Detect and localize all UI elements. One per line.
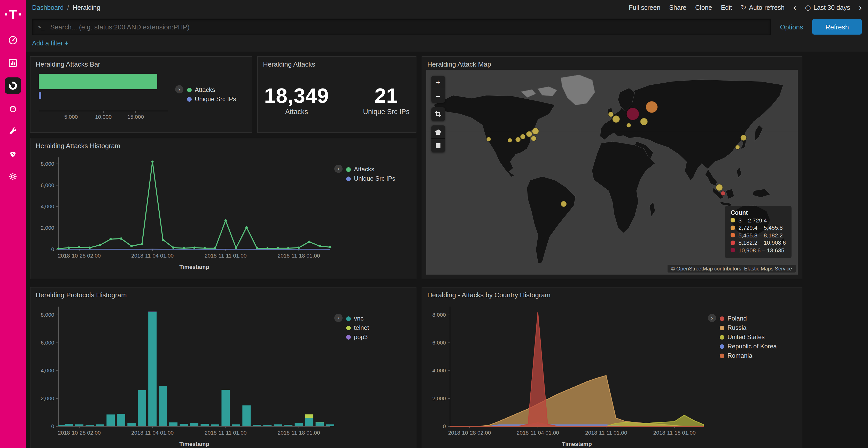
clone-button[interactable]: Clone [695, 4, 712, 11]
options-link[interactable]: Options [780, 23, 803, 31]
legend-item[interactable]: 10,908.6 – 13,635 [731, 247, 786, 253]
legend-item[interactable]: 5,455.8 – 8,182.2 [731, 232, 786, 238]
zoom-in-button[interactable]: + [431, 76, 445, 89]
panel-protocols-histogram: Heralding Protocols Histogram 02,0004,00… [30, 287, 416, 448]
legend-item[interactable]: Romania [720, 352, 777, 359]
panel-country-histogram: Heralding - Attacks by Country Histogram… [422, 287, 802, 448]
panel-title: Heralding Attacks Histogram [30, 138, 416, 151]
sidebar-item-charts[interactable] [0, 51, 26, 74]
legend-collapse-icon[interactable]: › [708, 314, 716, 322]
time-range-button[interactable]: ◷ Last 30 days [805, 4, 850, 11]
refresh-icon: ↻ [741, 4, 746, 11]
svg-text:4,000: 4,000 [432, 368, 446, 373]
svg-text:6,000: 6,000 [40, 182, 54, 188]
breadcrumb-bar: Dashboard / Heralding Full screen Share … [26, 0, 868, 15]
svg-text:2018-10-28 02:00: 2018-10-28 02:00 [58, 253, 101, 259]
legend-item[interactable]: Russia [720, 324, 777, 331]
legend-label: United States [727, 334, 765, 341]
legend-item[interactable]: Unique Src IPs [346, 175, 395, 182]
svg-text:2018-10-28 02:00: 2018-10-28 02:00 [58, 430, 101, 436]
legend-dot [720, 335, 724, 339]
search-input[interactable] [49, 23, 765, 31]
legend-item[interactable]: vnc [346, 315, 369, 322]
legend-item[interactable]: telnet [346, 324, 369, 331]
auto-refresh-button[interactable]: ↻ Auto-refresh [741, 4, 784, 11]
sidebar-item-dashboard[interactable] [0, 29, 26, 51]
sidebar-item-health[interactable] [0, 142, 26, 165]
protocols-histogram-chart: 02,0004,0006,0008,0002018-10-28 02:00201… [35, 300, 334, 448]
attacks-bar-chart: 5,00010,00015,000 [35, 70, 175, 123]
legend-label: pop3 [354, 334, 368, 341]
svg-text:2018-11-04 01:00: 2018-11-04 01:00 [131, 430, 174, 436]
svg-text:2018-11-04 01:00: 2018-11-04 01:00 [517, 430, 559, 436]
polygon-icon [435, 129, 441, 135]
zoom-out-button[interactable]: − [431, 89, 445, 103]
edit-button[interactable]: Edit [721, 4, 732, 11]
legend-label: Republic of Korea [727, 343, 777, 350]
metric-label: Attacks [264, 108, 329, 115]
square-icon [435, 142, 441, 149]
attacks-histogram-chart: 02,0004,0006,0008,0002018-10-28 02:00201… [35, 151, 334, 273]
telekom-logo[interactable]: T [5, 0, 21, 29]
main-area: Dashboard / Heralding Full screen Share … [26, 0, 868, 448]
legend-item[interactable]: 3 – 2,729.4 [731, 217, 786, 223]
svg-text:8,000: 8,000 [40, 312, 54, 318]
country-histogram-chart: 02,0004,0006,0008,0002018-10-28 02:00201… [426, 300, 708, 448]
add-filter-button[interactable]: Add a filter+ [32, 40, 68, 47]
legend-label: 10,908.6 – 13,635 [739, 247, 784, 253]
svg-text:2018-10-28 02:00: 2018-10-28 02:00 [448, 430, 491, 436]
polygon-tool-button[interactable] [431, 126, 445, 139]
bar-chart-icon [5, 55, 21, 71]
legend-item[interactable]: Poland [720, 315, 777, 322]
legend-item[interactable]: 8,182.2 – 10,908.6 [731, 240, 786, 246]
refresh-button[interactable]: Refresh [812, 19, 862, 35]
rect-tool-button[interactable] [431, 139, 445, 152]
kibana-dashboard-app: T [0, 0, 868, 448]
metric-group: 18,349 Attacks 21 Unique Src IPs [262, 70, 412, 130]
wrench-icon [5, 123, 21, 139]
legend-dot [346, 316, 351, 321]
sidebar: T [0, 0, 26, 448]
legend-dot [720, 325, 724, 330]
panel-title: Heralding Attack Map [422, 57, 802, 70]
legend-collapse-icon[interactable]: › [334, 314, 343, 322]
legend-label: vnc [354, 315, 364, 322]
legend-item[interactable]: Attacks [187, 86, 236, 94]
sidebar-item-settings[interactable] [0, 165, 26, 188]
legend-item[interactable]: United States [720, 334, 777, 341]
legend-item[interactable]: pop3 [346, 334, 369, 341]
legend-item[interactable]: 2,729.4 – 5,455.8 [731, 225, 786, 231]
search-box: >_ [32, 19, 771, 35]
crop-tool-button[interactable] [431, 107, 445, 121]
add-filter-label: Add a filter [32, 40, 63, 47]
legend-label: telnet [354, 324, 369, 331]
logo-letter: T [9, 7, 17, 22]
breadcrumb-dashboard-link[interactable]: Dashboard [32, 4, 64, 11]
svg-text:2,000: 2,000 [40, 395, 54, 401]
fullscreen-button[interactable]: Full screen [629, 4, 660, 11]
time-forward-button[interactable]: › [859, 3, 862, 12]
legend-label: 3 – 2,729.4 [739, 217, 767, 223]
time-back-button[interactable]: ‹ [793, 3, 796, 12]
legend: vnctelnetpop3 [346, 314, 369, 342]
svg-text:2018-11-18 01:00: 2018-11-18 01:00 [277, 430, 320, 436]
map-canvas[interactable]: + − [426, 70, 798, 275]
svg-text:2,000: 2,000 [40, 225, 54, 231]
sidebar-item-honeypot[interactable] [0, 97, 26, 120]
share-button[interactable]: Share [669, 4, 686, 11]
legend: PolandRussiaUnited StatesRepublic of Kor… [720, 314, 777, 360]
sidebar-item-tools[interactable] [0, 120, 26, 142]
gear-icon [5, 168, 21, 185]
panel-title: Heralding - Attacks by Country Histogram [422, 287, 802, 300]
svg-text:Timestamp: Timestamp [562, 441, 592, 447]
legend-collapse-icon[interactable]: › [175, 85, 183, 94]
legend-collapse-icon[interactable]: › [334, 165, 343, 173]
legend-item[interactable]: Unique Src IPs [187, 96, 236, 103]
legend-item[interactable]: Attacks [346, 166, 395, 173]
sidebar-item-security[interactable] [0, 74, 26, 97]
legend-label: Romania [727, 352, 752, 359]
panel-title: Heralding Protocols Histogram [30, 287, 416, 300]
legend-item[interactable]: Republic of Korea [720, 343, 777, 350]
donut-icon [5, 77, 21, 94]
metric-attacks: 18,349 Attacks [264, 84, 329, 115]
